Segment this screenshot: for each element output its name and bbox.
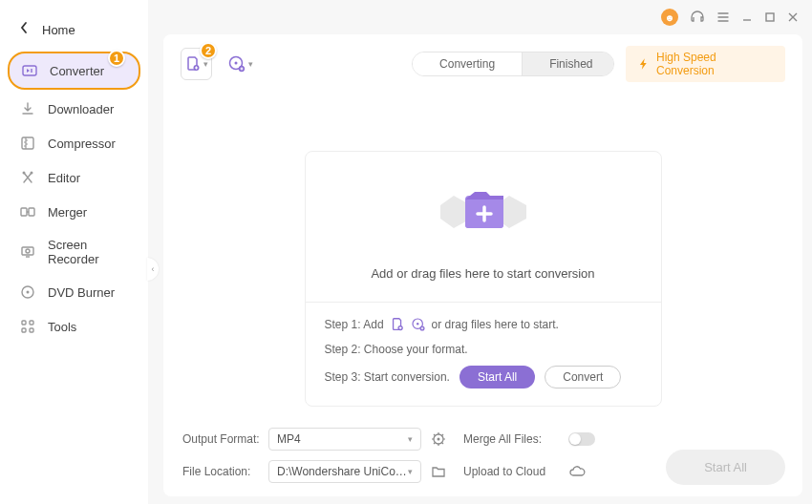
high-speed-label: High Speed Conversion	[656, 51, 774, 77]
start-all-main-button[interactable]: Start All	[666, 450, 785, 485]
recorder-icon	[19, 243, 36, 261]
drop-text: Add or drag files here to start conversi…	[306, 247, 661, 302]
svg-point-3	[31, 172, 33, 175]
sidebar: Home Converter 1 Downloader Compressor	[0, 0, 148, 504]
open-folder-icon[interactable]	[431, 464, 454, 479]
add-files-button[interactable]: ▾ 2	[181, 48, 212, 80]
high-speed-button[interactable]: High Speed Conversion	[626, 46, 785, 82]
svg-rect-1	[22, 137, 33, 149]
output-format-value: MP4	[277, 432, 301, 446]
sidebar-item-recorder[interactable]: Screen Recorder	[0, 229, 148, 275]
sidebar-item-downloader[interactable]: Downloader	[0, 92, 148, 126]
start-all-button[interactable]: Start All	[459, 366, 535, 388]
tools-icon	[19, 318, 36, 335]
editor-icon	[19, 169, 36, 186]
toolbar: ▾ 2 ▾ Converting Finished High Speed Con…	[163, 34, 802, 94]
svg-rect-11	[30, 321, 33, 325]
compressor-icon	[19, 135, 36, 152]
svg-point-9	[27, 291, 30, 294]
merge-label: Merge All Files:	[463, 432, 559, 446]
svg-rect-10	[22, 321, 26, 325]
svg-rect-14	[766, 13, 774, 21]
badge-1: 1	[108, 50, 125, 67]
nav-label: Tools	[48, 320, 76, 334]
sidebar-item-converter[interactable]: Converter 1	[8, 52, 140, 90]
output-settings-icon[interactable]	[431, 431, 454, 447]
user-avatar-icon[interactable]: ☻	[661, 9, 678, 26]
content-card: ▾ 2 ▾ Converting Finished High Speed Con…	[163, 34, 802, 496]
chevron-down-icon: ▾	[248, 59, 253, 69]
file-plus-icon	[184, 55, 202, 73]
nav-label: Downloader	[48, 102, 114, 116]
converter-icon	[21, 62, 38, 79]
svg-point-2	[23, 172, 26, 175]
chevron-down-icon: ▾	[203, 59, 208, 69]
home-nav[interactable]: Home	[0, 13, 148, 52]
sidebar-item-dvd[interactable]: DVD Burner	[0, 275, 148, 309]
disc-plus-icon	[411, 317, 426, 332]
nav-label: Editor	[48, 171, 80, 185]
nav-label: Compressor	[48, 136, 116, 151]
minimize-icon[interactable]	[741, 11, 753, 23]
svg-rect-12	[22, 328, 26, 332]
add-disc-button[interactable]: ▾	[224, 51, 257, 77]
titlebar: ☻	[148, 0, 812, 34]
conversion-tabs: Converting Finished	[412, 52, 614, 76]
step-1: Step 1: Add or drag files here to start.	[325, 316, 642, 333]
close-icon[interactable]	[787, 11, 799, 23]
svg-rect-5	[29, 208, 34, 216]
sidebar-item-editor[interactable]: Editor	[0, 160, 148, 195]
home-label: Home	[42, 23, 75, 37]
badge-2: 2	[200, 42, 217, 59]
output-format-label: Output Format:	[182, 432, 259, 446]
sidebar-item-tools[interactable]: Tools	[0, 309, 148, 344]
nav-label: DVD Burner	[48, 285, 115, 300]
tab-converting[interactable]: Converting	[413, 52, 522, 75]
disc-plus-icon	[227, 54, 246, 74]
step-3: Step 3: Start conversion. Start All Conv…	[325, 366, 642, 388]
upload-cloud-label: Upload to Cloud	[463, 465, 559, 478]
file-location-label: File Location:	[182, 465, 259, 478]
nav-label: Converter	[50, 64, 104, 78]
dvd-icon	[19, 284, 36, 301]
chevron-down-icon: ▾	[408, 467, 413, 476]
sidebar-item-merger[interactable]: Merger	[0, 195, 148, 229]
sidebar-collapse-handle[interactable]: ‹	[147, 258, 159, 281]
downloader-icon	[19, 100, 36, 117]
step-2: Step 2: Choose your format.	[325, 341, 642, 358]
output-format-select[interactable]: MP4 ▾	[268, 428, 421, 451]
nav-label: Screen Recorder	[48, 238, 129, 266]
svg-rect-4	[21, 208, 27, 216]
step3-text: Step 3: Start conversion.	[325, 370, 450, 384]
nav-list: Converter 1 Downloader Compressor Editor	[0, 52, 148, 344]
nav-label: Merger	[48, 205, 87, 220]
bolt-icon	[637, 57, 651, 71]
maximize-icon[interactable]	[764, 11, 776, 23]
merge-toggle[interactable]	[568, 432, 595, 446]
cloud-icon[interactable]	[568, 465, 626, 478]
svg-point-23	[417, 323, 418, 325]
file-location-select[interactable]: D:\Wondershare UniConverter 1 ▾	[268, 460, 421, 483]
svg-point-17	[235, 62, 238, 65]
convert-button[interactable]: Convert	[545, 366, 621, 388]
svg-rect-6	[22, 247, 33, 255]
merger-icon	[19, 203, 36, 220]
steps-panel: Step 1: Add or drag files here to start.…	[306, 302, 661, 406]
svg-point-7	[26, 249, 30, 253]
sidebar-item-compressor[interactable]: Compressor	[0, 126, 148, 160]
support-icon[interactable]	[690, 10, 705, 25]
file-plus-icon	[390, 317, 405, 332]
back-arrow-icon	[19, 21, 29, 38]
menu-icon[interactable]	[716, 10, 730, 24]
svg-point-26	[438, 438, 440, 441]
file-location-value: D:\Wondershare UniConverter 1	[277, 465, 408, 478]
folder-plus-icon	[431, 178, 536, 247]
step1-suffix: or drag files here to start.	[432, 316, 559, 333]
main-area: ‹ ☻ ▾ 2 ▾	[148, 0, 812, 504]
step1-prefix: Step 1: Add	[325, 316, 384, 333]
chevron-down-icon: ▾	[408, 434, 413, 444]
drop-zone[interactable]: Add or drag files here to start conversi…	[305, 151, 662, 407]
tab-finished[interactable]: Finished	[522, 52, 614, 75]
svg-rect-13	[30, 328, 33, 332]
